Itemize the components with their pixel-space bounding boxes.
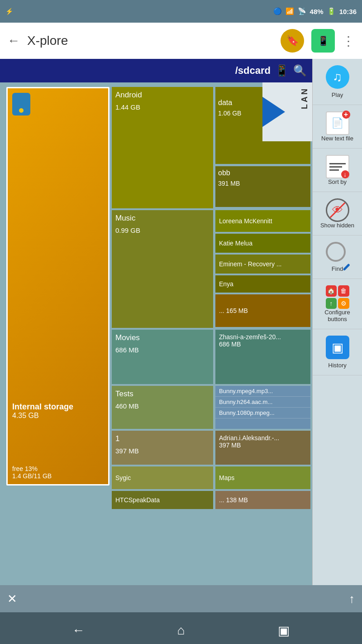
enya-label: Enya — [219, 280, 233, 288]
signal-icon: 📡 — [298, 7, 306, 15]
side-item-new-text-file[interactable]: 📄 + New text file — [313, 105, 362, 149]
side-item-show-hidden[interactable]: 👁 Show hidden — [313, 192, 362, 235]
internal-size: 4.35 GB — [12, 412, 104, 420]
file-area: /sdcard 📱 🔍 LAN Internal storage 4.35 GB — [0, 59, 312, 585]
show-hidden-icon: 👁 — [326, 198, 349, 222]
close-button[interactable]: ✕ — [7, 592, 17, 606]
katie-label: Katie Melua — [219, 240, 252, 247]
obb-size: 391 MB — [215, 180, 310, 187]
zhasni-label: Zhasni-a-zemřeš-20... — [219, 333, 307, 341]
history-icon: ▣ — [326, 336, 349, 359]
sdcard-header: /sdcard 📱 🔍 — [0, 59, 312, 82]
obb-label: obb — [215, 166, 310, 180]
status-right: 🔵 📶 📡 48% 🔋 10:36 — [273, 7, 357, 15]
side-item-find[interactable]: Find — [313, 235, 362, 279]
side-item-configure-buttons[interactable]: 🏠 🗑 ↑ ⚙ Configure buttons — [313, 279, 362, 329]
history-label: History — [328, 362, 346, 369]
wifi-icon: 📶 — [286, 7, 294, 15]
side-item-play[interactable]: ♫ Play — [313, 59, 362, 105]
new-text-file-icon-wrapper: 📄 + — [326, 111, 349, 135]
music-label: Music — [112, 210, 213, 226]
nav-home-icon: ⌂ — [177, 623, 185, 638]
new-file-plus-icon: + — [342, 111, 350, 119]
more-button[interactable]: ⋮ — [342, 34, 355, 48]
loreena-label: Loreena McKennitt — [219, 217, 272, 225]
adrian-size: 397 MB — [219, 442, 307, 449]
bookmark-icon: 🔖 — [286, 35, 299, 47]
nav-back-button[interactable]: ← — [67, 619, 90, 642]
nav-back-icon: ← — [72, 623, 85, 638]
nav-recent-button[interactable]: ▣ — [272, 619, 295, 642]
movies-size: 686 MB — [112, 346, 213, 354]
eminem-label: Eminem - Recovery ... — [219, 260, 281, 268]
sort-by-label: Sort by — [328, 178, 347, 185]
one-size: 397 MB — [112, 447, 213, 455]
maps-more-label: ... 138 MB — [219, 496, 248, 504]
bluetooth-icon: 🔵 — [273, 7, 282, 15]
bunny-item-1: Bunny.mpeg4.mp3... — [215, 386, 310, 397]
nav-bar: ← ⌂ ▣ — [0, 612, 362, 644]
obb-block[interactable]: obb 391 MB — [215, 166, 310, 207]
android-size: 1.44 GB — [112, 103, 213, 111]
sygic-block[interactable]: Sygic — [112, 466, 213, 489]
phone-dot — [19, 108, 24, 113]
internal-storage-block[interactable]: Internal storage 4.35 GB free 13% 1.4 GB… — [6, 87, 110, 485]
maps-block[interactable]: Maps — [215, 466, 310, 489]
lan-panel[interactable]: LAN — [262, 82, 312, 141]
lan-label: LAN — [300, 87, 310, 109]
play-label: Play — [332, 91, 343, 98]
find-label: Find — [332, 265, 343, 272]
htc-block[interactable]: HTCSpeakData — [112, 491, 213, 509]
sdcard-path: /sdcard — [5, 65, 271, 77]
android-block[interactable]: Android 1.44 GB — [112, 87, 213, 208]
adrian-block[interactable]: Adrian.i.Aleksandr.-... 397 MB — [215, 431, 310, 465]
internal-label: Internal storage — [12, 402, 104, 412]
internal-free-detail: 1.4 GB/11 GB — [12, 472, 104, 480]
side-item-history[interactable]: ▣ History — [313, 329, 362, 375]
nav-home-button[interactable]: ⌂ — [169, 619, 193, 642]
nav-recent-icon: ▣ — [278, 623, 290, 638]
config-orange-icon: ⚙ — [338, 298, 349, 309]
enya-block[interactable]: Enya — [215, 275, 310, 293]
music-more-block[interactable]: ... 165 MB — [215, 294, 310, 327]
play-icon: ♫ — [326, 65, 349, 89]
music-size: 0.99 GB — [112, 226, 213, 234]
htc-label: HTCSpeakData — [115, 496, 160, 504]
side-item-sort-by[interactable]: ↓ Sort by — [313, 149, 362, 192]
eminem-block[interactable]: Eminem - Recovery ... — [215, 255, 310, 274]
phone-icon — [12, 93, 30, 115]
configure-buttons-label: Configure buttons — [316, 309, 358, 322]
bottom-actions-bar: ✕ ↑ — [0, 585, 362, 612]
find-handle-icon — [343, 264, 350, 271]
sort-down-icon: ↓ — [341, 170, 349, 178]
music-more-label: ... 165 MB — [219, 307, 248, 314]
usb-icon: ⚡ — [5, 8, 13, 15]
one-block[interactable]: 1 397 MB — [112, 431, 213, 465]
config-home-icon: 🏠 — [326, 285, 337, 297]
back-button[interactable]: ← — [7, 34, 20, 48]
find-circle-icon — [326, 242, 346, 262]
maps-label: Maps — [219, 474, 234, 481]
lan-search-icon[interactable]: 🔍 — [293, 64, 307, 77]
lan-arrow-icon — [262, 94, 285, 130]
tests-block[interactable]: Tests 460 MB — [112, 386, 213, 429]
upload-button[interactable]: ↑ — [349, 592, 355, 606]
config-up-icon: ↑ — [326, 298, 337, 309]
movies-block[interactable]: Movies 686 MB — [112, 330, 213, 384]
maps-more-block[interactable]: ... 138 MB — [215, 491, 310, 509]
zhasni-block[interactable]: Zhasni-a-zemřeš-20... 686 MB — [215, 330, 310, 384]
music-block[interactable]: Music 0.99 GB — [112, 210, 213, 328]
internal-free-percent: free 13% — [12, 465, 104, 472]
main-area: /sdcard 📱 🔍 LAN Internal storage 4.35 GB — [0, 59, 362, 585]
tests-size: 460 MB — [112, 402, 213, 410]
bunny-block[interactable]: Bunny.mpeg4.mp3... Bunny.h264.aac.m... B… — [215, 386, 310, 429]
one-label: 1 — [112, 431, 213, 447]
status-left: ⚡ — [5, 8, 13, 15]
bookmark-button[interactable]: 🔖 — [281, 29, 304, 53]
transfer-button[interactable]: 📱 — [311, 29, 335, 53]
tests-label: Tests — [112, 386, 213, 402]
loreena-block[interactable]: Loreena McKennitt — [215, 210, 310, 232]
treemap: Internal storage 4.35 GB free 13% 1.4 GB… — [0, 82, 312, 585]
config-del-icon: 🗑 — [338, 285, 349, 297]
katie-block[interactable]: Katie Melua — [215, 234, 310, 253]
